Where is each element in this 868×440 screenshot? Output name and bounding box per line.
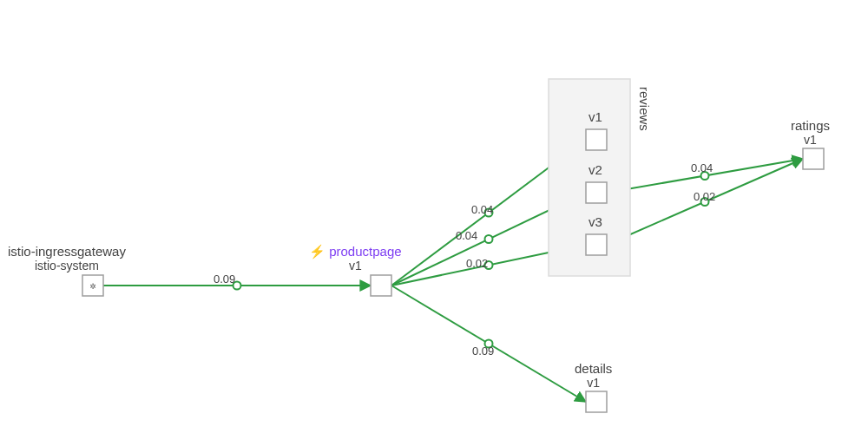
node-ratings-label: ratingsv1 xyxy=(791,118,830,147)
group-reviews-label: reviews xyxy=(637,87,652,131)
node-v2-label: v2 xyxy=(589,162,602,177)
node-v1[interactable] xyxy=(586,129,607,150)
node-details-label: detailsv1 xyxy=(575,361,612,390)
node-ratings[interactable] xyxy=(803,148,824,169)
edge-productpage-details-rate: 0.09 xyxy=(472,345,494,358)
node-v1-label: v1 xyxy=(589,109,602,124)
edge-productpage-v3-rate: 0.02 xyxy=(466,257,488,270)
edge-v2-ratings-rate: 0.04 xyxy=(691,161,713,174)
node-productpage[interactable] xyxy=(371,275,391,296)
edge-v3-ratings-rate: 0.02 xyxy=(694,190,715,203)
edge-productpage-v2-rate: 0.04 xyxy=(456,229,477,242)
edge-ingress-productpage-rate: 0.09 xyxy=(214,273,235,286)
edge-productpage-v1-rate: 0.04 xyxy=(471,203,493,216)
lightning-icon: ⚡ xyxy=(309,244,326,259)
edge-productpage-v2-marker xyxy=(485,235,493,243)
node-v3-label: v3 xyxy=(589,214,602,229)
node-ingress-label: istio-ingressgatewayistio-system xyxy=(8,244,126,273)
ingress-glyph-icon: ✲ xyxy=(89,279,95,292)
topology-graph: ✲ xyxy=(0,0,868,440)
node-productpage-label: ⚡ productpagev1 xyxy=(309,244,402,273)
node-v3[interactable] xyxy=(586,234,607,255)
node-details[interactable] xyxy=(586,391,607,412)
node-v2[interactable] xyxy=(586,182,607,203)
